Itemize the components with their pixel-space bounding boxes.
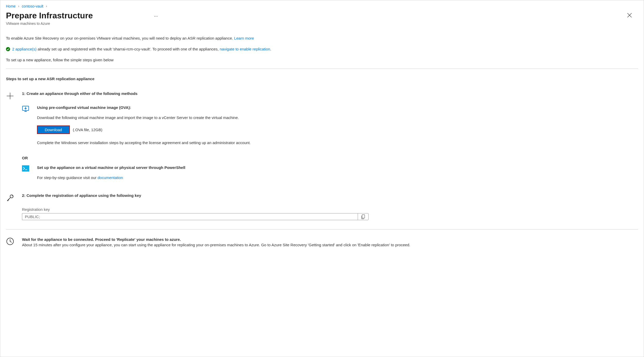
registration-key-row xyxy=(22,213,369,220)
learn-more-link[interactable]: Learn more xyxy=(234,36,254,40)
footer-row: Wait for the appliance to be connected. … xyxy=(6,237,638,247)
success-check-icon xyxy=(6,47,10,51)
method-ova-complete: Complete the Windows server installation… xyxy=(37,140,251,145)
divider xyxy=(6,229,638,229)
page-subtitle: VMware machines to Azure xyxy=(6,21,638,26)
svg-rect-4 xyxy=(362,215,365,218)
documentation-link[interactable]: documentation xyxy=(98,175,123,180)
method-ova: Using pre-configured virtual machine ima… xyxy=(22,105,638,151)
intro-body: To enable Azure Site Recovery on your on… xyxy=(6,36,234,40)
more-actions-button[interactable]: ··· xyxy=(152,13,159,19)
step-1-title: 1: Create an appliance through either of… xyxy=(22,91,138,96)
section-heading: Steps to set up a new ASR replication ap… xyxy=(6,77,638,81)
method-ova-title: Using pre-configured virtual machine ima… xyxy=(37,105,251,110)
status-text: already set up and registered with the v… xyxy=(36,47,220,51)
method-ps-body: For step-by-step guidance visit our docu… xyxy=(37,175,185,180)
chevron-right-icon: › xyxy=(18,4,19,8)
svg-point-2 xyxy=(10,195,13,198)
close-button[interactable] xyxy=(625,11,634,21)
key-icon xyxy=(6,194,14,202)
download-vm-icon xyxy=(22,105,29,113)
page-title: Prepare Infrastructure xyxy=(6,11,93,20)
navigate-enable-replication-link[interactable]: navigate to enable replication xyxy=(220,47,270,51)
svg-rect-1 xyxy=(22,165,29,172)
footer-title: Wait for the appliance to be connected. … xyxy=(22,237,410,242)
breadcrumb: Home › contoso-vault › xyxy=(6,4,638,8)
breadcrumb-vault[interactable]: contoso-vault xyxy=(22,4,43,8)
registration-key-input[interactable] xyxy=(22,213,358,220)
breadcrumb-home[interactable]: Home xyxy=(6,4,16,8)
download-hint: (.OVA file, 12GB) xyxy=(73,128,102,132)
copy-key-button[interactable] xyxy=(358,213,369,220)
download-button[interactable]: Download xyxy=(37,125,70,134)
clock-icon xyxy=(6,237,14,246)
setup-hint: To set up a new appliance, follow the si… xyxy=(6,58,638,62)
registration-key-label: Registration key xyxy=(22,207,638,212)
status-line: 2 appliance(s) already set up and regist… xyxy=(6,47,638,51)
intro-text: To enable Azure Site Recovery on your on… xyxy=(6,36,638,40)
close-icon xyxy=(627,13,632,18)
method-powershell: Set up the appliance on a virtual machin… xyxy=(22,165,638,185)
divider xyxy=(6,69,638,69)
appliances-count-link[interactable]: 2 appliance(s) xyxy=(12,47,36,51)
copy-icon xyxy=(361,214,365,219)
plus-icon xyxy=(6,92,14,100)
step-2: 2: Complete the registration of applianc… xyxy=(6,193,638,203)
chevron-right-icon: › xyxy=(46,4,47,8)
powershell-icon xyxy=(22,165,29,173)
method-ova-body: Download the following virtual machine i… xyxy=(37,115,251,120)
step-2-title: 2: Complete the registration of applianc… xyxy=(22,193,141,198)
footer-body: About 15 minutes after you configure you… xyxy=(22,243,410,247)
svg-point-3 xyxy=(12,196,13,196)
or-label: OR xyxy=(22,156,638,160)
method-ps-title: Set up the appliance on a virtual machin… xyxy=(37,165,185,170)
step-1: 1: Create an appliance through either of… xyxy=(6,91,638,101)
